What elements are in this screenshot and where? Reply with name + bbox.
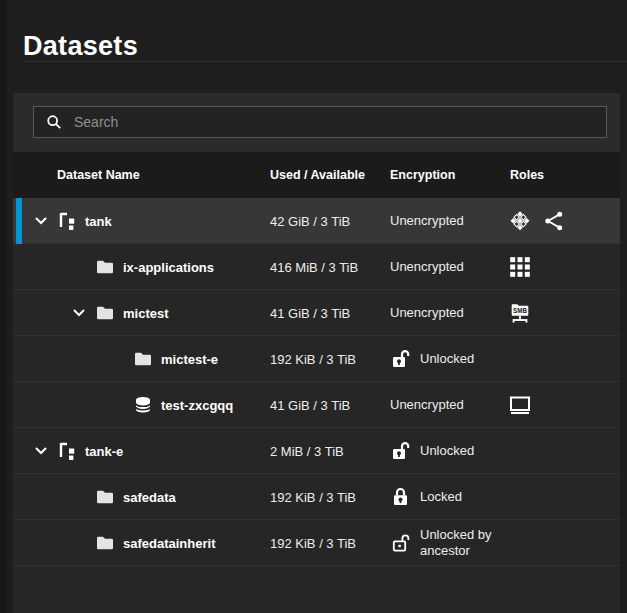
search-icon <box>46 114 62 130</box>
zvol-icon <box>133 395 153 415</box>
dataset-name: test-zxcgqq <box>161 398 233 413</box>
dataset-name: mictest <box>123 306 169 321</box>
encryption-status: Unencrypted <box>390 213 464 229</box>
table-row[interactable]: mictest-e 192 KiB / 3 TiB Unlocked <box>13 336 620 382</box>
used-available: 42 GiB / 3 TiB <box>270 214 390 229</box>
used-available: 416 MiB / 3 TiB <box>270 260 390 275</box>
dataset-name: mictest-e <box>161 352 218 367</box>
search-box[interactable] <box>33 106 607 138</box>
chevron-down-icon[interactable] <box>33 213 49 229</box>
svg-text:SMB: SMB <box>513 307 527 314</box>
encryption-status: Unencrypted <box>390 397 464 413</box>
chevron-down-icon[interactable] <box>33 443 49 459</box>
column-header-dataset-name: Dataset Name <box>13 168 270 182</box>
used-available: 192 KiB / 3 TiB <box>270 536 390 551</box>
dataset-root-icon <box>57 441 77 461</box>
encryption-status: Unlocked <box>420 351 474 367</box>
folder-icon <box>95 303 115 323</box>
left-edge-strip <box>0 0 7 613</box>
table-row[interactable]: test-zxcgqq 41 GiB / 3 TiB Unencrypted <box>13 382 620 428</box>
share-icon <box>542 209 566 233</box>
unlocked-icon <box>390 440 412 462</box>
used-available: 41 GiB / 3 TiB <box>270 398 390 413</box>
search-section <box>13 93 620 152</box>
title-divider <box>23 61 627 62</box>
table-row[interactable]: tank-e 2 MiB / 3 TiB Unlocked <box>13 428 620 474</box>
used-available: 192 KiB / 3 TiB <box>270 490 390 505</box>
unlocked-by-ancestor-icon <box>390 532 412 554</box>
apps-icon <box>508 255 532 279</box>
unlocked-icon <box>390 348 412 370</box>
folder-icon <box>133 349 153 369</box>
table-row[interactable]: ix-applications 416 MiB / 3 TiB Unencryp… <box>13 244 620 290</box>
used-available: 192 KiB / 3 TiB <box>270 352 390 367</box>
column-header-encryption: Encryption <box>390 168 502 182</box>
locked-icon <box>390 486 412 508</box>
page-title: Datasets <box>23 31 138 62</box>
table-row[interactable]: tank 42 GiB / 3 TiB Unencrypted <box>13 198 620 244</box>
column-header-used-available: Used / Available <box>270 168 390 182</box>
used-available: 2 MiB / 3 TiB <box>270 444 390 459</box>
chevron-down-icon[interactable] <box>71 305 87 321</box>
encryption-status: Unlocked <box>420 443 474 459</box>
dataset-name: ix-applications <box>123 260 214 275</box>
dataset-name: safedatainherit <box>123 536 215 551</box>
encryption-status: Locked <box>420 489 462 505</box>
folder-icon <box>95 533 115 553</box>
dataset-root-icon <box>57 211 77 231</box>
used-available: 41 GiB / 3 TiB <box>270 306 390 321</box>
datasets-card: Dataset Name Used / Available Encryption… <box>13 93 620 613</box>
dataset-name: tank-e <box>85 444 123 459</box>
dataset-name: safedata <box>123 490 176 505</box>
table-row[interactable]: mictest 41 GiB / 3 TiB Unencrypted SMB <box>13 290 620 336</box>
encryption-status: Unencrypted <box>390 305 464 321</box>
column-header-roles: Roles <box>502 168 620 182</box>
table-row[interactable]: safedatainherit 192 KiB / 3 TiB Unlocked… <box>13 520 620 566</box>
table-row[interactable]: safedata 192 KiB / 3 TiB Locked <box>13 474 620 520</box>
encryption-status: Unencrypted <box>390 259 464 275</box>
applications-icon <box>508 209 532 233</box>
table-header: Dataset Name Used / Available Encryption… <box>13 152 620 198</box>
folder-icon <box>95 257 115 277</box>
datasets-page: Datasets Dataset Name Used / Available E… <box>0 0 627 613</box>
encryption-status: Unlocked by ancestor <box>420 527 496 560</box>
search-input[interactable] <box>72 113 596 131</box>
dataset-name: tank <box>85 214 112 229</box>
folder-icon <box>95 487 115 507</box>
smb-share-icon: SMB <box>508 301 532 325</box>
vm-icon <box>508 393 532 417</box>
